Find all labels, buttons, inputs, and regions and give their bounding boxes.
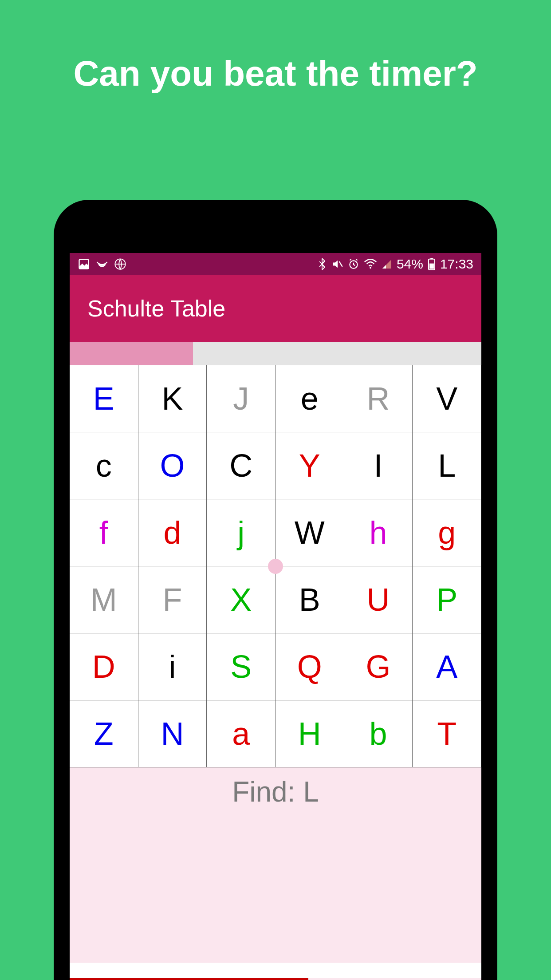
grid-cell[interactable]: K	[138, 365, 207, 432]
grid-cell[interactable]: D	[70, 633, 138, 700]
svg-rect-7	[429, 264, 434, 269]
status-left	[78, 258, 126, 270]
svg-rect-6	[430, 258, 433, 259]
bottom-timer-fill	[70, 978, 308, 980]
app-bar: Schulte Table	[70, 275, 481, 342]
grid-cell[interactable]: X	[207, 566, 276, 633]
svg-point-4	[370, 267, 371, 269]
grid-cell[interactable]: h	[344, 499, 413, 566]
bluetooth-icon	[318, 258, 327, 270]
grid-cell[interactable]: L	[413, 432, 481, 499]
grid-cell[interactable]: N	[138, 700, 207, 767]
timer-progress-fill	[70, 342, 193, 365]
bottom-timer-strip	[70, 978, 481, 980]
find-target: L	[303, 776, 319, 808]
find-prefix: Find:	[232, 776, 303, 808]
grid-cell[interactable]: Q	[276, 633, 344, 700]
grid-cell[interactable]: j	[207, 499, 276, 566]
grid-cell[interactable]: T	[413, 700, 481, 767]
promo-headline: Can you beat the timer?	[0, 0, 551, 94]
battery-text: 54%	[397, 257, 423, 272]
bottom-timer-empty	[308, 978, 481, 980]
phone-frame: 54% 17:33 Schulte Table EKJeRVcOCYILfdjW…	[54, 200, 497, 980]
grid-cell[interactable]: f	[70, 499, 138, 566]
grid-cell[interactable]: O	[138, 432, 207, 499]
grid-cell[interactable]: Z	[70, 700, 138, 767]
svg-line-2	[339, 261, 342, 267]
grid-cell[interactable]: G	[344, 633, 413, 700]
find-instruction: Find: L	[70, 775, 481, 808]
grid-cell[interactable]: V	[413, 365, 481, 432]
grid-cell[interactable]: A	[413, 633, 481, 700]
grid-cell[interactable]: d	[138, 499, 207, 566]
image-icon	[78, 258, 90, 270]
schulte-grid: EKJeRVcOCYILfdjWhgMFXBUPDiSQGAZNaHbT	[70, 365, 481, 767]
grid-cell[interactable]: g	[413, 499, 481, 566]
grid-cell[interactable]: i	[138, 633, 207, 700]
alarm-icon	[348, 258, 359, 270]
grid-cell[interactable]: J	[207, 365, 276, 432]
grid-cell[interactable]: W	[276, 499, 344, 566]
grid-cell[interactable]: B	[276, 566, 344, 633]
grid-cell[interactable]: P	[413, 566, 481, 633]
status-bar: 54% 17:33	[70, 253, 481, 275]
grid-cell[interactable]: Y	[276, 432, 344, 499]
grid-cell[interactable]: F	[138, 566, 207, 633]
audible-icon	[95, 258, 109, 270]
find-panel: Find: L	[70, 767, 481, 963]
wifi-icon	[364, 259, 377, 269]
globe-icon	[114, 258, 126, 270]
cellular-icon	[382, 259, 392, 269]
grid-cell[interactable]: e	[276, 365, 344, 432]
grid-cell[interactable]: C	[207, 432, 276, 499]
status-time: 17:33	[440, 257, 473, 272]
grid-cell[interactable]: M	[70, 566, 138, 633]
grid-cell[interactable]: S	[207, 633, 276, 700]
mute-icon	[331, 258, 343, 270]
grid-cell[interactable]: I	[344, 432, 413, 499]
grid-cell[interactable]: E	[70, 365, 138, 432]
center-fixation-dot	[268, 559, 283, 574]
grid-cell[interactable]: U	[344, 566, 413, 633]
timer-progress	[70, 342, 481, 365]
status-right: 54% 17:33	[318, 257, 473, 272]
grid-cell[interactable]: b	[344, 700, 413, 767]
grid-cell[interactable]: R	[344, 365, 413, 432]
app-title: Schulte Table	[87, 295, 225, 322]
grid-cell[interactable]: H	[276, 700, 344, 767]
grid-cell[interactable]: a	[207, 700, 276, 767]
grid-cell[interactable]: c	[70, 432, 138, 499]
phone-screen: 54% 17:33 Schulte Table EKJeRVcOCYILfdjW…	[70, 253, 481, 980]
battery-icon	[428, 258, 436, 270]
